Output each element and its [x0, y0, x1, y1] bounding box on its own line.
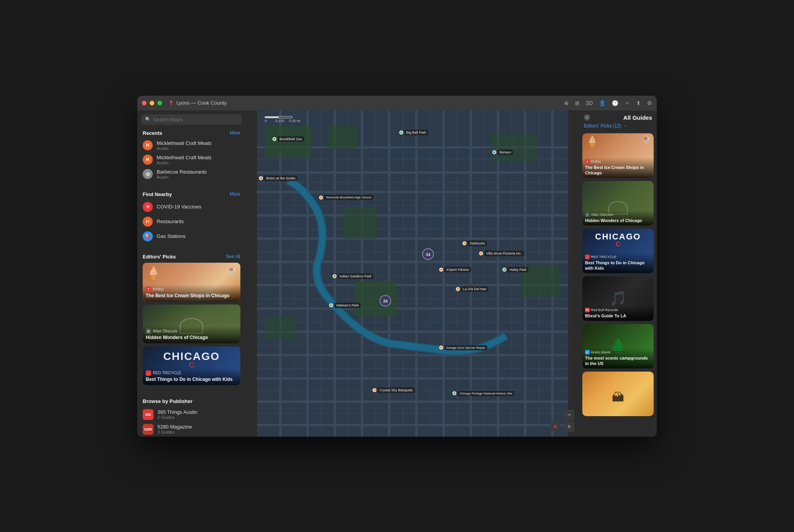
pin-la-ola[interactable]: La Ola Del Mar	[456, 286, 488, 292]
guide-card[interactable]: ⊙ Atlas Obscura Hidden Wonders of Chicag…	[582, 181, 654, 226]
publisher-logo: ⊙	[585, 212, 590, 217]
find-nearby-header: Find Nearby More	[143, 191, 240, 197]
gear-icon[interactable]: ⚙	[647, 100, 652, 106]
card-publisher: LP lonely planet	[585, 350, 651, 355]
recent-icon: ◎	[143, 169, 153, 179]
guide-card[interactable]: CHICAGO C 🚲 RED TRICYCLE Best Things to …	[582, 229, 654, 273]
recent-name: Micklethwait Craft Meats	[157, 140, 212, 146]
pin-indian-gardens[interactable]: Indian Gardens Park	[333, 274, 374, 279]
publisher-logo: 🚲	[146, 370, 151, 376]
list-item[interactable]: ✛ COVID-19 Vaccines	[143, 200, 240, 214]
publisher-guides: 3 Guides	[157, 430, 192, 434]
see-all-button[interactable]: See All	[226, 254, 240, 259]
card-overlay: 🚲 RED TRICYCLE Best Things to Do in Chic…	[582, 253, 654, 273]
recent-text: Micklethwait Craft Meats Austin	[157, 155, 212, 165]
recent-icon: H	[143, 140, 153, 150]
pin-big-ball-park[interactable]: Big Ball Park	[399, 130, 428, 135]
zoom-in-button[interactable]: +	[564, 421, 575, 432]
publisher-logo: 365	[143, 409, 154, 420]
maximize-button[interactable]	[157, 101, 162, 105]
search-bar[interactable]: 🔍	[141, 114, 242, 125]
editors-picks-header: Editors' Picks See All	[143, 254, 240, 260]
pin-crystal-sky[interactable]: Crystal Sky Banquets	[373, 387, 415, 393]
card-publisher: RB Red Bull Records	[585, 308, 651, 312]
editors-pick-card[interactable]: CHICAGO C 🚲 RED TRICYCLE Best Things to …	[143, 346, 240, 385]
find-nearby-more[interactable]: More	[230, 191, 240, 197]
card-overlay: ⊙ Atlas Obscura Hidden Wonders of Chicag…	[143, 326, 240, 343]
find-nearby-section: Find Nearby More ✛ COVID-19 Vaccines H R…	[137, 189, 246, 245]
recents-section: Recents More H Micklethwait Craft Meats …	[137, 128, 246, 183]
list-item[interactable]: H Micklethwait Craft Meats Austin	[143, 153, 240, 167]
publisher-info: 5280 Magazine 3 Guides	[157, 424, 192, 434]
list-item[interactable]: H Micklethwait Craft Meats Austin	[143, 138, 240, 153]
nearby-label: Gas Stations	[157, 233, 185, 239]
publisher-name: 5280 Magazine	[157, 424, 192, 430]
card-overlay: RB Red Bull Records Blixst's Guide To LA	[582, 306, 654, 320]
card-title: Blixst's Guide To LA	[585, 313, 651, 319]
map-pins: Brookfield Zoo Big Ball Park Berwyn Bist…	[246, 110, 579, 437]
pin-brookfield-zoo[interactable]: Brookfield Zoo	[273, 136, 304, 142]
cube-icon[interactable]: 3D	[586, 100, 593, 106]
find-nearby-title: Find Nearby	[143, 191, 172, 197]
list-item[interactable]: 5280 5280 Magazine 3 Guides	[143, 422, 240, 437]
close-panel-button[interactable]: ✕	[584, 114, 590, 121]
editors-pick-card[interactable]: 🍦 🍨 T thrillist The Best Ice Cream Shops…	[143, 263, 240, 301]
editors-pick-card[interactable]: ⊙ Atlas Obscura Hidden Wonders of Chicag…	[143, 305, 240, 343]
map-container[interactable]: 34 34 0 0.125 0.25 mi Brookfield Zoo Big…	[246, 110, 579, 437]
list-item[interactable]: 365 365 Things Austin 2 Guides	[143, 407, 240, 422]
guide-card[interactable]: 🏔	[582, 372, 654, 416]
pin-starbucks[interactable]: Starbucks	[463, 241, 487, 246]
list-item[interactable]: ◎ Barbecue Restaurants Austin	[143, 167, 240, 181]
card-publisher: 🚲 RED TRICYCLE	[146, 370, 237, 376]
share-icon[interactable]: ⬆	[636, 100, 641, 106]
map-icon: 📍	[168, 100, 174, 106]
editors-picks-title: Editors' Picks	[143, 254, 176, 260]
publisher-logo: T	[585, 159, 590, 164]
pin-haley-park[interactable]: Haley Park	[502, 267, 528, 272]
add-icon[interactable]: ＋	[625, 100, 630, 107]
pin-villa-nova[interactable]: Villa Nova Pizzeria Inc.	[479, 251, 524, 256]
right-panel: ✕ All Guides Editors' Picks (12) → 🍦 🍨 T…	[579, 110, 657, 437]
recents-header: Recents More	[143, 130, 240, 136]
pin-riverside[interactable]: Riverside Brookfield High School	[319, 195, 373, 200]
publisher-info: 365 Things Austin 2 Guides	[157, 409, 197, 420]
pin-veterans-park[interactable]: Veteran's Park	[329, 303, 361, 308]
close-button[interactable]	[142, 101, 147, 105]
card-title: The Best Ice Cream Shops in Chicago	[146, 293, 237, 299]
pin-garage-door[interactable]: Garage Door Opener Repair	[439, 345, 487, 350]
clock-icon[interactable]: 🕐	[612, 100, 618, 106]
browse-title: Browse by Publisher	[143, 398, 240, 404]
list-item[interactable]: H Restaurants	[143, 214, 240, 229]
publisher-logo: RB	[585, 308, 590, 312]
right-panel-header: ✕ All Guides	[579, 110, 657, 123]
pin-chicago-portage[interactable]: Chicago Portage National Historic Site	[452, 391, 514, 396]
guide-card[interactable]: 🍦 🍨 T thrillist The Best Ice Cream Shops…	[582, 133, 654, 178]
list-item[interactable]: ⛽ Gas Stations	[143, 229, 240, 244]
card-publisher: ⊙ Atlas Obscura	[585, 212, 651, 217]
publisher-logo: T	[146, 287, 151, 292]
zoom-out-button[interactable]: −	[564, 410, 575, 420]
minimize-button[interactable]	[150, 101, 154, 105]
sidebar: 🔍 Recents More H Micklethwait Craft Meat…	[137, 110, 246, 437]
location-icon[interactable]: ⊕	[564, 100, 569, 106]
pin-berwyn[interactable]: Berwyn	[492, 150, 513, 155]
publisher-name: Red Bull Records	[591, 308, 618, 312]
search-input[interactable]	[153, 117, 238, 122]
pin-bistro[interactable]: Bistro at the Grotto	[259, 176, 297, 181]
card-title: The most scenic campgrounds in the US	[585, 355, 651, 367]
card-overlay: LP lonely planet The most scenic campgro…	[582, 348, 654, 368]
guide-card[interactable]: 🎵 RB Red Bull Records Blixst's Guide To …	[582, 276, 654, 321]
map-controls: − +	[564, 410, 575, 432]
compass[interactable]: N	[550, 421, 561, 432]
publisher-name: lonely planet	[591, 350, 611, 354]
pin-xsport[interactable]: XSport Fitness	[439, 267, 471, 272]
window-title: 📍 Lyons — Cook County	[168, 100, 227, 106]
grid-icon[interactable]: ⊞	[575, 100, 580, 106]
titlebar: 📍 Lyons — Cook County ⊕ ⊞ 3D 👤 🕐 ＋ ⬆ ⚙	[137, 96, 657, 110]
person-icon[interactable]: 👤	[599, 100, 606, 106]
guide-card[interactable]: 🌲 LP lonely planet The most scenic campg…	[582, 324, 654, 368]
recents-more[interactable]: More	[230, 130, 240, 136]
recent-text: Barbecue Restaurants Austin	[157, 169, 207, 179]
publisher-logo: ⊙	[146, 329, 151, 334]
editors-picks-subtitle[interactable]: Editors' Picks (12) →	[579, 123, 657, 132]
